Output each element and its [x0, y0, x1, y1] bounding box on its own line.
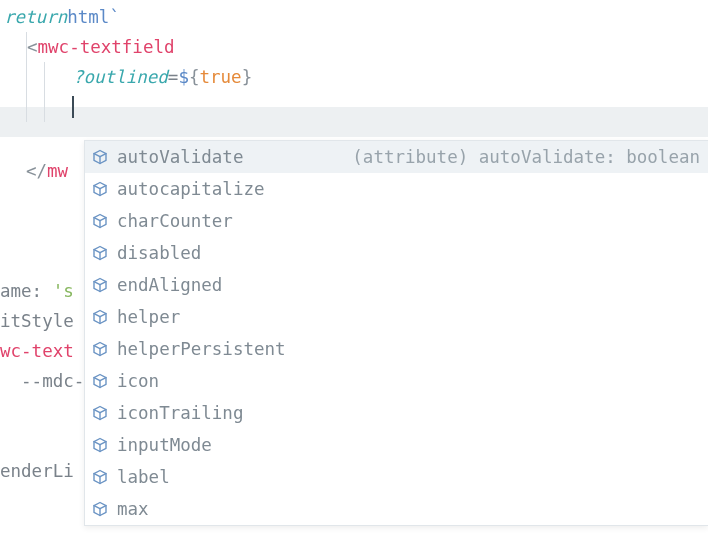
attr-prefix: ? [73, 62, 84, 92]
suggest-label: autocapitalize [117, 174, 265, 204]
suggest-label: helperPersistent [117, 334, 286, 364]
frag-text: itStyle [0, 306, 74, 336]
property-icon [91, 340, 109, 358]
fn-html: html [67, 2, 109, 32]
frag-text: wc-text [0, 336, 74, 366]
property-icon [91, 372, 109, 390]
suggest-label: iconTrailing [117, 398, 243, 428]
attr-name: outlined [84, 62, 168, 92]
suggest-label: inputMode [117, 430, 212, 460]
code-line: <mwc-textfield [0, 32, 708, 62]
angle-open: < [27, 32, 38, 62]
suggest-item[interactable]: iconTrailing [85, 397, 708, 429]
suggest-item[interactable]: max [85, 493, 708, 525]
suggest-item[interactable]: endAligned [85, 269, 708, 301]
suggest-item[interactable]: charCounter [85, 205, 708, 237]
property-icon [91, 180, 109, 198]
close-tag-partial: mw [47, 156, 68, 186]
suggest-label: charCounter [117, 206, 233, 236]
brace-open: { [189, 62, 200, 92]
suggest-item[interactable]: helperPersistent [85, 333, 708, 365]
property-icon [91, 244, 109, 262]
equals: = [168, 62, 179, 92]
suggest-label: disabled [117, 238, 201, 268]
code-line: return html` [0, 2, 708, 32]
suggest-label: helper [117, 302, 180, 332]
suggest-item[interactable]: disabled [85, 237, 708, 269]
frag-text: enderLi [0, 456, 74, 486]
bool-true: true [199, 62, 241, 92]
suggest-label: endAligned [117, 270, 222, 300]
suggest-label: max [117, 494, 149, 524]
suggest-detail: (attribute) autoValidate: boolean [352, 142, 700, 172]
property-icon [91, 500, 109, 518]
close-open: </ [26, 156, 47, 186]
suggest-item[interactable]: icon [85, 365, 708, 397]
suggest-label: label [117, 462, 170, 492]
suggest-item[interactable]: label [85, 461, 708, 493]
suggest-label: icon [117, 366, 159, 396]
tag-name: mwc-textfield [38, 32, 175, 62]
keyword-return: return [4, 2, 67, 32]
expr-open: $ [178, 62, 189, 92]
suggest-item[interactable]: helper [85, 301, 708, 333]
frag-text: --mdc- [0, 366, 84, 396]
string-frag: 's [53, 276, 74, 306]
frag-text: ame: [0, 276, 53, 306]
property-icon [91, 308, 109, 326]
backtick: ` [109, 2, 120, 32]
property-icon [91, 468, 109, 486]
suggest-label: autoValidate [117, 142, 243, 172]
property-icon [91, 276, 109, 294]
property-icon [91, 404, 109, 422]
suggest-item[interactable]: inputMode [85, 429, 708, 461]
cursor-line[interactable] [0, 92, 708, 122]
property-icon [91, 436, 109, 454]
property-icon [91, 212, 109, 230]
property-icon [91, 148, 109, 166]
suggest-item[interactable]: autocapitalize [85, 173, 708, 205]
suggest-item[interactable]: autoValidate(attribute) autoValidate: bo… [85, 141, 708, 173]
brace-close: } [242, 62, 253, 92]
autocomplete-popup[interactable]: autoValidate(attribute) autoValidate: bo… [84, 140, 708, 526]
code-line: ?outlined=${true} [0, 62, 708, 92]
text-cursor [72, 96, 74, 118]
